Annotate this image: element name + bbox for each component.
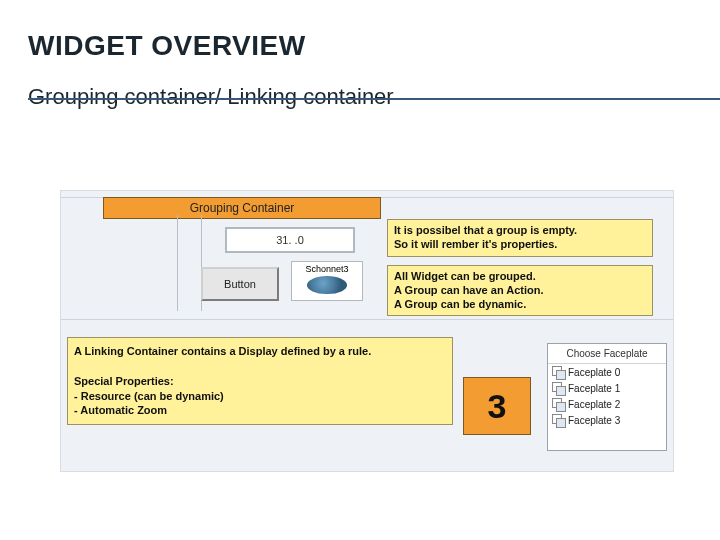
linking-display-number: 3 xyxy=(463,377,531,435)
note-linking-container: A Linking Container contains a Display d… xyxy=(67,337,453,425)
sample-widget: Schonnet3 xyxy=(291,261,363,301)
sample-widget-label: Schonnet3 xyxy=(292,264,362,274)
sample-button[interactable]: Button xyxy=(201,267,279,301)
grouping-container-title: Grouping Container xyxy=(103,197,381,219)
note-grouped-widgets: All Widget can be grouped. A Group can h… xyxy=(387,265,653,316)
divider xyxy=(381,197,673,198)
faceplate-icon xyxy=(552,414,564,426)
value-display: 31. .0 xyxy=(225,227,355,253)
page-subtitle: Grouping container/ Linking container xyxy=(28,84,720,110)
faceplate-option[interactable]: Faceplate 1 xyxy=(548,380,666,396)
example-screenshot: Grouping Container 31. .0 Button Schonne… xyxy=(60,190,674,472)
faceplate-icon xyxy=(552,398,564,410)
faceplate-label: Faceplate 2 xyxy=(568,399,620,410)
faceplate-icon xyxy=(552,366,564,378)
faceplate-option[interactable]: Faceplate 2 xyxy=(548,396,666,412)
sample-widget-icon xyxy=(307,276,347,294)
divider xyxy=(61,197,103,198)
faceplate-chooser: Choose Faceplate Faceplate 0 Faceplate 1… xyxy=(547,343,667,451)
faceplate-label: Faceplate 0 xyxy=(568,367,620,378)
faceplate-icon xyxy=(552,382,564,394)
faceplate-option[interactable]: Faceplate 3 xyxy=(548,412,666,428)
faceplate-option[interactable]: Faceplate 0 xyxy=(548,364,666,380)
faceplate-label: Faceplate 3 xyxy=(568,415,620,426)
note-empty-group: It is possibel that a group is empty. So… xyxy=(387,219,653,257)
faceplate-label: Faceplate 1 xyxy=(568,383,620,394)
title-underline xyxy=(28,98,720,100)
divider xyxy=(61,319,673,320)
page-title: WIDGET OVERVIEW xyxy=(28,30,720,62)
slide: WIDGET OVERVIEW Grouping container/ Link… xyxy=(0,30,720,540)
faceplate-chooser-title: Choose Faceplate xyxy=(548,344,666,364)
divider xyxy=(177,215,178,311)
